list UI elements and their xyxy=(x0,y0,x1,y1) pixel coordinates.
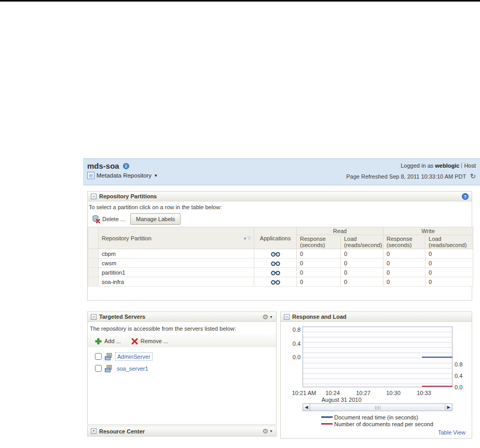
server-checkbox[interactable] xyxy=(95,365,102,372)
x-axis-tick: 10:30 xyxy=(377,390,410,396)
sort-descending-icon[interactable]: ▽ xyxy=(248,236,251,240)
legend-swatch-blue xyxy=(321,416,333,418)
info-icon[interactable]: i xyxy=(123,163,129,169)
column-header-write-response: Response (seconds) xyxy=(383,235,426,249)
response-and-load-panel: − Response and Load 0.8 0.4 0.0 0.8 0.4 … xyxy=(280,311,472,439)
row-selector[interactable] xyxy=(88,277,99,287)
collapse-icon[interactable]: − xyxy=(284,314,290,320)
delete-button-label: Delete ... xyxy=(102,216,125,222)
read-response-value: 0 xyxy=(297,259,341,268)
write-load-value: 0 xyxy=(426,277,473,287)
view-applications-icon[interactable] xyxy=(271,280,280,285)
partition-name: soa-infra xyxy=(99,277,254,287)
table-row[interactable]: cbpm 0 0 0 0 xyxy=(88,249,473,259)
x-axis-tick: 10:24 xyxy=(316,390,349,396)
sort-ascending-icon[interactable]: ▲ xyxy=(243,236,247,240)
partition-name: cbpm xyxy=(99,249,254,259)
page-refreshed-text: Page Refreshed Sep 8, 2011 10:33:10 AM P… xyxy=(346,173,466,180)
target-header: mds-soa i ◎ Metadata Repository ▼ Logged… xyxy=(83,158,480,185)
target-header-left: mds-soa i ◎ Metadata Repository ▼ xyxy=(87,161,158,179)
series-documents-read-per-second xyxy=(422,386,452,387)
partition-name: partition1 xyxy=(99,268,254,277)
view-applications-icon[interactable] xyxy=(271,261,280,266)
divider xyxy=(461,163,462,168)
target-header-right: Logged in as weblogicHost Page Refreshed… xyxy=(346,162,476,180)
read-response-value: 0 xyxy=(297,268,341,277)
table-row[interactable]: cwsm 0 0 0 0 xyxy=(88,259,473,268)
target-icon: ◎ xyxy=(87,172,94,179)
legend-item: Number of documents read per second xyxy=(321,420,433,427)
resource-center-title: Resource Center xyxy=(99,428,145,435)
add-icon xyxy=(95,338,102,345)
server-checkbox[interactable] xyxy=(95,353,102,360)
delete-button[interactable]: Delete ... xyxy=(90,214,127,224)
page-title: mds-soa xyxy=(87,161,119,170)
collapse-icon[interactable]: − xyxy=(91,314,97,320)
add-server-label: Add ... xyxy=(104,338,121,344)
server-link-soa-server1[interactable]: soa_server1 xyxy=(115,365,150,372)
column-header-read-load: Load (reads/second) xyxy=(341,235,383,249)
right-axis-tick: 0.0 xyxy=(455,384,470,390)
scroll-right-icon[interactable]: ▶ xyxy=(445,404,452,411)
collapse-icon[interactable]: − xyxy=(91,194,97,199)
row-selector[interactable] xyxy=(88,249,99,259)
list-item: soa_server1 xyxy=(95,362,276,374)
view-applications-icon[interactable] xyxy=(271,252,280,257)
read-load-value: 0 xyxy=(341,249,383,259)
row-selector[interactable] xyxy=(88,259,99,268)
column-group-write: Write xyxy=(383,227,473,235)
targeted-servers-toolbar: Add ... Remove ... xyxy=(88,335,276,347)
partitions-toolbar: Delete ... Manage Labels xyxy=(88,212,472,227)
screen: mds-soa i ◎ Metadata Repository ▼ Logged… xyxy=(0,0,480,448)
row-selector-header xyxy=(88,227,99,249)
table-group-header-row: Repository Partition ▲ ▽ Applications Re… xyxy=(88,227,473,235)
table-row[interactable]: partition1 0 0 0 0 xyxy=(88,268,473,277)
resource-center-header: + Resource Center ⚙ ▼ xyxy=(88,426,276,436)
table-view-link[interactable]: Table View xyxy=(438,429,465,436)
help-icon[interactable]: ? xyxy=(462,193,469,200)
refresh-icon[interactable]: ↻ xyxy=(470,172,476,180)
response-load-chart: 0.8 0.4 0.0 0.8 0.4 0.0 10:21 AM 10:24 1… xyxy=(281,322,472,438)
targeted-servers-header: − Targeted Servers ⚙ ▼ xyxy=(88,312,276,322)
metadata-repository-menu-label: Metadata Repository xyxy=(97,172,152,179)
sort-icons[interactable]: ▲ ▽ xyxy=(243,236,251,240)
left-axis-tick: 0.4 xyxy=(281,341,300,347)
manage-labels-button[interactable]: Manage Labels xyxy=(130,213,181,225)
repository-partitions-header: − Repository Partitions ? xyxy=(88,192,472,201)
table-row[interactable]: soa-infra 0 0 0 0 xyxy=(88,277,473,287)
read-load-value: 0 xyxy=(341,277,383,287)
write-response-value: 0 xyxy=(383,259,426,268)
targeted-servers-title: Targeted Servers xyxy=(99,314,145,320)
write-response-value: 0 xyxy=(383,268,426,277)
chart-legend: Document read time (in seconds) Number o… xyxy=(321,414,433,427)
scrollbar-thumb[interactable] xyxy=(310,404,445,411)
x-axis-tick: 10:27 xyxy=(347,390,380,396)
column-group-read: Read xyxy=(297,227,383,235)
read-load-value: 0 xyxy=(341,268,383,277)
x-axis-date-label: August 31 2010 xyxy=(310,397,373,403)
time-range-scrollbar[interactable]: ◀ ▶ xyxy=(303,403,452,411)
metadata-repository-menu[interactable]: ◎ Metadata Repository ▼ xyxy=(87,172,158,179)
gear-icon: ⚙ xyxy=(262,314,268,320)
left-axis-tick: 0.0 xyxy=(281,354,300,360)
column-header-read-response: Response (seconds) xyxy=(297,235,341,249)
logged-in-user: weblogic xyxy=(435,162,459,169)
server-link-adminserver[interactable]: AdminServer xyxy=(115,352,153,361)
view-applications-icon[interactable] xyxy=(271,270,280,276)
add-server-button[interactable]: Add ... xyxy=(95,338,121,345)
remove-server-label: Remove ... xyxy=(141,338,168,344)
login-status: Logged in as weblogicHost xyxy=(346,162,476,169)
targeted-servers-panel: − Targeted Servers ⚙ ▼ The repository is… xyxy=(87,311,277,425)
column-header-repository-partition: Repository Partition ▲ ▽ xyxy=(99,227,254,249)
server-icon xyxy=(104,364,113,373)
chart-plot-area xyxy=(303,327,452,387)
scroll-left-icon[interactable]: ◀ xyxy=(303,404,310,411)
expand-icon[interactable]: + xyxy=(91,428,97,434)
panel-menu-button[interactable]: ⚙ ▼ xyxy=(262,314,273,320)
row-selector[interactable] xyxy=(88,268,99,277)
response-and-load-header: − Response and Load xyxy=(281,312,472,322)
remove-server-button[interactable]: Remove ... xyxy=(131,338,168,345)
panel-menu-button[interactable]: ⚙ ▼ xyxy=(262,428,273,435)
legend-swatch-red xyxy=(321,423,333,425)
gear-icon: ⚙ xyxy=(262,428,268,435)
